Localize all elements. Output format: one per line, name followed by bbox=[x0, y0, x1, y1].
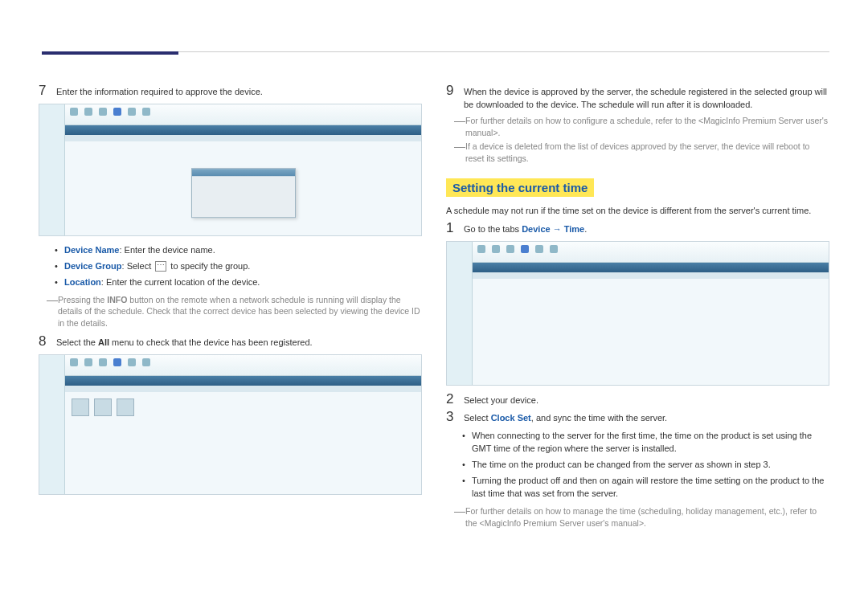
step-text: Select the All menu to check that the de… bbox=[56, 334, 422, 349]
step-1: 1 Go to the tabs Device → Time. bbox=[446, 221, 829, 236]
accent-bar bbox=[42, 51, 178, 55]
screenshot-approve-device bbox=[39, 104, 422, 236]
step-text: Select your device. bbox=[464, 392, 829, 407]
heading-setting-time: Setting the current time bbox=[446, 178, 594, 197]
step-number: 8 bbox=[39, 334, 56, 349]
two-column-layout: 7 Enter the information required to appr… bbox=[39, 80, 829, 531]
bullet-gmt: When connecting to the server for the fi… bbox=[462, 428, 829, 457]
note-schedule-manual: ―For further details on how to configure… bbox=[454, 115, 829, 138]
label-device-group: Device Group bbox=[64, 261, 122, 271]
bullet-restore-time: Turning the product off and then on agai… bbox=[462, 473, 829, 502]
info-bold: INFO bbox=[107, 295, 127, 304]
clock-set-link: Clock Set bbox=[491, 413, 531, 423]
left-column: 7 Enter the information required to appr… bbox=[39, 80, 422, 531]
bullet-change-time: The time on the product can be changed f… bbox=[462, 457, 829, 473]
step-number: 3 bbox=[446, 410, 464, 425]
label-device-name: Device Name bbox=[64, 245, 120, 255]
step-3: 3 Select Clock Set, and sync the time wi… bbox=[446, 410, 829, 425]
note-device-deleted: ―If a device is deleted from the list of… bbox=[454, 141, 829, 164]
bullet-device-name: Device Name: Enter the device name. bbox=[55, 243, 422, 259]
right-column: 9 When the device is approved by the ser… bbox=[446, 80, 829, 531]
step-8: 8 Select the All menu to check that the … bbox=[39, 334, 422, 349]
step-2: 2 Select your device. bbox=[446, 392, 829, 407]
step-text: Go to the tabs Device → Time. bbox=[464, 221, 829, 236]
bullet-device-group: Device Group: Select to specify the grou… bbox=[55, 259, 422, 275]
note-info-button: ― Pressing the INFO button on the remote… bbox=[47, 294, 422, 329]
step-3-bullets: When connecting to the server for the fi… bbox=[462, 428, 829, 502]
step-7: 7 Enter the information required to appr… bbox=[39, 84, 422, 99]
tab-time: Time bbox=[564, 224, 584, 234]
screenshot-all-devices bbox=[39, 354, 422, 495]
step-number: 9 bbox=[446, 84, 464, 99]
step-text: Enter the information required to approv… bbox=[56, 84, 422, 99]
note-time-manual: ―For further details on how to manage th… bbox=[454, 505, 829, 529]
step-text: Select Clock Set, and sync the time with… bbox=[464, 410, 829, 425]
all-bold: All bbox=[98, 337, 109, 347]
step-number: 2 bbox=[446, 392, 464, 407]
step-text: When the device is approved by the serve… bbox=[464, 84, 829, 112]
step-number: 1 bbox=[446, 221, 464, 236]
screenshot-device-time bbox=[446, 241, 829, 386]
bullet-location: Location: Enter the current location of … bbox=[55, 275, 422, 291]
tab-device: Device bbox=[522, 224, 550, 234]
step-7-bullets: Device Name: Enter the device name. Devi… bbox=[55, 243, 422, 291]
label-location: Location bbox=[64, 277, 101, 287]
step-9: 9 When the device is approved by the ser… bbox=[446, 84, 829, 112]
browse-icon bbox=[155, 261, 166, 272]
heading-paragraph: A schedule may not run if the time set o… bbox=[446, 205, 829, 218]
step-number: 7 bbox=[39, 84, 56, 99]
